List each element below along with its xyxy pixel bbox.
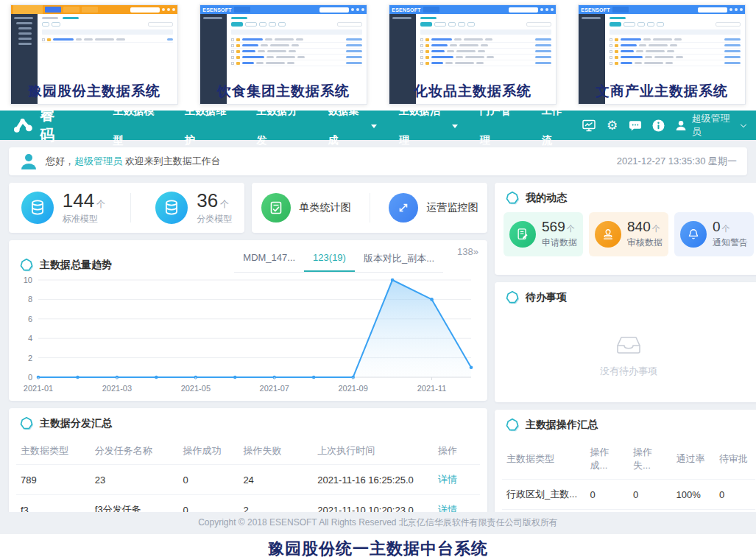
nav-item-portal[interactable]: 门户管理 <box>469 111 531 155</box>
apply-data-tile[interactable]: 569个 申请数据 <box>504 212 583 256</box>
model-stats-card: 144个 标准模型 36个 <box>9 183 244 233</box>
message-icon[interactable] <box>629 119 642 132</box>
col-header: 操作成... <box>586 439 629 480</box>
category-model-label: 分类模型 <box>197 213 232 225</box>
gear-icon[interactable]: ⚙ <box>606 119 618 132</box>
bell-icon <box>680 221 707 248</box>
col-header: 主数据类型 <box>502 439 586 480</box>
mdm-dashboard: 睿码 主数据模型 主数据维护 主数据分发 数据集成 主数据治理 门户管理 工作流… <box>0 111 756 534</box>
trend-tab-mdm147[interactable]: MDM_147... <box>234 246 304 272</box>
standard-model-count: 144 <box>63 189 94 211</box>
trend-more-control[interactable]: 138» <box>457 246 478 257</box>
trend-tabs: MDM_147... 123(19) 版本对比_副本... <box>234 246 443 273</box>
system-screenshot-yuyuan: 豫园股份主数据系统 <box>10 4 178 105</box>
system-screenshot-huazhuangpin: ESENSOFT 化妆品主数据系统 <box>389 4 557 105</box>
todo-empty-text: 没有待办事项 <box>495 365 756 378</box>
hexagon-icon <box>505 418 520 432</box>
dashboard-main: 您好，超级管理员 欢迎来到主数据工作台 2021-12-27 13:35:30 … <box>0 140 756 534</box>
hexagon-icon <box>505 290 520 305</box>
nav-item-workflow[interactable]: 工作流 <box>531 111 582 155</box>
thumb-brand: ESENSOFT <box>202 5 232 14</box>
hexagon-icon <box>505 191 520 206</box>
thumb-logo <box>13 5 43 14</box>
page-caption: 豫园股份统一主数据中台系统 <box>0 534 756 557</box>
warning-count: 0 <box>713 219 721 234</box>
welcome-message: 您好，超级管理员 欢迎来到主数据工作台 <box>46 155 221 168</box>
notify-warning-tile[interactable]: 0个 通知警告 <box>674 212 754 256</box>
chevron-down-icon <box>371 125 377 128</box>
apply-doc-icon <box>509 221 536 248</box>
nav-item-maintain[interactable]: 主数据维护 <box>174 111 245 155</box>
svg-text:6: 6 <box>28 315 32 323</box>
user-menu[interactable]: 超级管理员 <box>675 112 746 139</box>
apply-count: 569 <box>542 219 565 234</box>
col-header: 操作 <box>434 438 480 465</box>
col-header: 操作成功 <box>178 438 239 465</box>
thumb-brand: ESENSOFT <box>581 5 610 14</box>
thumb-topbar: ESENSOFT <box>389 5 556 14</box>
chart-shortcuts-card: 单类统计图 运营监控图 <box>252 183 487 233</box>
panel-title: 主数据分发汇总 <box>40 417 112 430</box>
todo-empty-state: 没有待办事项 <box>495 335 756 378</box>
welcome-username[interactable]: 超级管理员 <box>74 155 122 167</box>
database-icon <box>21 192 54 224</box>
col-header: 待审批 <box>715 439 755 480</box>
nav-item-integration[interactable]: 数据集成 <box>317 111 388 155</box>
user-label: 超级管理员 <box>692 112 738 139</box>
chevron-down-icon <box>741 121 746 127</box>
thumb-topbar <box>11 5 177 14</box>
svg-text:0: 0 <box>28 373 32 382</box>
my-activity-panel: 我的动态 569个 申请数据 <box>495 183 756 275</box>
single-class-chart-shortcut[interactable]: 单类统计图 <box>261 193 351 223</box>
todo-panel: 待办事项 没有待办事项 <box>495 282 756 402</box>
collage-page: 豫园股份主数据系统 ESENSOFT <box>0 0 756 557</box>
monitor-chart-icon[interactable] <box>582 119 596 132</box>
logo-molecule-icon <box>13 116 35 135</box>
col-header: 上次执行时间 <box>313 438 434 465</box>
svg-text:2021-05: 2021-05 <box>181 384 211 393</box>
nav-item-governance[interactable]: 主数据治理 <box>388 111 469 155</box>
system-screenshot-wenshang: ESENSOFT 文商产业主数据系统 <box>578 4 746 105</box>
standard-model-stat[interactable]: 144个 标准模型 <box>21 191 105 225</box>
col-header: 操作失... <box>629 439 671 480</box>
system-screenshot-yinshi: ESENSOFT 饮食集团主数据系统 <box>199 4 367 105</box>
trend-panel: 主数据总量趋势 MDM_147... 123(19) 版本对比_副本... 13… <box>9 240 487 401</box>
col-header: 主数据类型 <box>16 438 91 465</box>
thumb-caption: 饮食集团主数据系统 <box>200 82 367 101</box>
info-icon[interactable] <box>652 119 665 132</box>
panel-title: 我的动态 <box>526 192 567 205</box>
copyright-footer: Copyright © 2018 ESENSOFT All Rights Res… <box>0 512 756 534</box>
col-header: 操作失败 <box>239 438 313 465</box>
review-stamp-icon <box>595 221 621 248</box>
operation-monitor-shortcut[interactable]: 运营监控图 <box>389 193 478 223</box>
panel-title: 主数据总量趋势 <box>40 259 112 272</box>
expand-arrows-icon <box>389 193 418 223</box>
nav-item-model[interactable]: 主数据模型 <box>102 111 174 155</box>
logo-text: 睿码 <box>40 111 71 145</box>
trend-tab-version-compare[interactable]: 版本对比_副本... <box>355 246 443 272</box>
table-row: 行政区划_主数...0 0100% 0 <box>502 480 755 510</box>
app-logo[interactable]: 睿码 <box>13 111 71 145</box>
avatar <box>19 152 38 171</box>
panel-title: 待办事项 <box>526 291 567 304</box>
col-header: 分发任务名称 <box>91 438 179 465</box>
col-header: 通过率 <box>671 439 714 480</box>
category-model-stat[interactable]: 36个 分类模型 <box>155 191 232 225</box>
svg-text:4: 4 <box>28 334 32 343</box>
header-actions: ⚙ 超级管理员 <box>582 112 746 139</box>
standard-model-label: 标准模型 <box>63 213 105 225</box>
database-icon <box>155 192 188 224</box>
thumb-brand: ESENSOFT <box>392 5 421 14</box>
svg-text:8: 8 <box>28 295 32 304</box>
system-showcase: 豫园股份主数据系统 ESENSOFT <box>0 0 756 111</box>
hexagon-icon <box>19 416 34 431</box>
detail-link[interactable]: 详情 <box>438 474 457 485</box>
nav-item-distribute[interactable]: 主数据分发 <box>245 111 317 155</box>
svg-text:2021-09: 2021-09 <box>338 384 367 393</box>
trend-chart: 02468102021-012021-032021-052021-072021-… <box>9 273 487 399</box>
thumb-topbar: ESENSOFT <box>579 5 745 14</box>
table-row: 78923 024 2021-11-16 16:25:25.0详情 <box>16 465 480 495</box>
review-data-tile[interactable]: 840个 审核数据 <box>589 212 668 256</box>
trend-tab-123[interactable]: 123(19) <box>304 246 355 272</box>
svg-text:2021-01: 2021-01 <box>24 384 53 393</box>
